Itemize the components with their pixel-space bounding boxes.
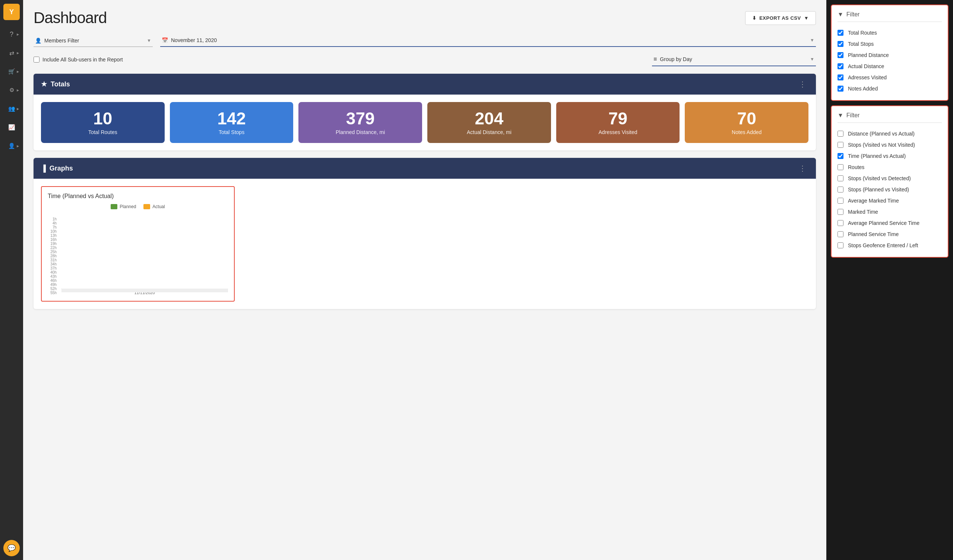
filter2-header: ▼ Filter [838, 112, 942, 123]
total-stops-checkbox[interactable] [838, 41, 843, 47]
stops-planned-visited-checkbox[interactable] [838, 187, 843, 192]
filter2-icon: ▼ [838, 112, 843, 119]
addresses-visited-number: 79 [608, 110, 627, 127]
total-stops-card: 142 Total Stops [170, 102, 293, 143]
right-panel: ▼ Filter Total Routes Total Stops Planne… [826, 0, 953, 560]
chevron-icon: ▶ [17, 70, 19, 73]
filter-row-avg-planned-service: Average Planned Service Time [838, 217, 942, 229]
sidebar-item-routes[interactable]: ⇄ ▶ [3, 45, 20, 61]
sidebar-logo[interactable]: Y [3, 4, 20, 20]
actual-distance-checkbox[interactable] [838, 63, 843, 69]
graphs-header: ▐ Graphs ⋮ [34, 158, 816, 179]
totals-header: ★ Totals ⋮ [34, 74, 816, 94]
person-icon: 👤 [35, 38, 41, 43]
settings-icon: ⚙ [9, 87, 14, 93]
date-filter-dropdown[interactable]: 📅 November 11, 2020 ▼ [160, 34, 816, 47]
export-csv-button[interactable]: ⬇ EXPORT AS CSV ▼ [745, 11, 816, 25]
filter1-title: Filter [846, 11, 860, 18]
planned-service-time-label: Planned Service Time [848, 231, 899, 237]
actual-legend-label: Actual [152, 204, 165, 209]
include-subusers-checkbox[interactable] [34, 57, 39, 63]
filter-row-total-stops: Total Stops [838, 38, 942, 50]
sidebar-item-users[interactable]: 👤 ▶ [3, 138, 20, 154]
addresses-visited-checkbox[interactable] [838, 74, 843, 80]
marked-time-checkbox[interactable] [838, 209, 843, 215]
routes-graph-label: Routes [848, 164, 865, 170]
lines-icon: ≡ [653, 56, 657, 63]
filter-row-stops-planned-visited: Stops (Planned vs Visited) [838, 184, 942, 195]
routes-graph-checkbox[interactable] [838, 164, 843, 170]
filter-row-avg-marked-time: Average Marked Time [838, 195, 942, 206]
notes-added-number: 70 [737, 110, 756, 127]
filter-row-planned-distance: Planned Distance [838, 50, 942, 61]
avg-planned-service-checkbox[interactable] [838, 220, 843, 226]
sidebar-item-help[interactable]: ? ▶ [3, 26, 20, 42]
addresses-visited-card: 79 Adresses Visited [556, 102, 680, 143]
filters-row-1: 👤 Members Filter ▼ 📅 November 11, 2020 ▼ [34, 34, 816, 47]
graphs-menu-button[interactable]: ⋮ [796, 163, 809, 173]
chart-icon: 📈 [8, 124, 15, 131]
filter-row-actual-distance: Actual Distance [838, 61, 942, 72]
members-filter-dropdown[interactable]: 👤 Members Filter ▼ [34, 35, 153, 47]
planned-distance-card: 379 Planned Distance, mi [298, 102, 422, 143]
users-icon: 👤 [8, 142, 15, 149]
main-content: Dashboard ⬇ EXPORT AS CSV ▼ 👤 Members Fi… [23, 0, 826, 560]
group-by-dropdown[interactable]: ≡ Group by Day ▼ [652, 53, 816, 66]
chevron-icon: ▶ [17, 51, 19, 55]
chevron-icon: ▶ [17, 144, 19, 148]
filter-row-stops-visited-not: Stops (Visited vs Not Visited) [838, 139, 942, 150]
stops-visited-detected-checkbox[interactable] [838, 175, 843, 181]
chat-icon: 💬 [8, 544, 16, 552]
graphs-section: ▐ Graphs ⋮ Time (Planned vs Actual) Plan… [34, 158, 816, 309]
avg-marked-time-checkbox[interactable] [838, 198, 843, 204]
sidebar-item-team[interactable]: 👥 ▶ [3, 101, 20, 117]
download-icon: ⬇ [752, 15, 757, 21]
stops-visited-detected-label: Stops (Visited vs Detected) [848, 175, 911, 181]
group-by-label: Group by Day [660, 56, 692, 62]
cart-icon: 🛒 [8, 68, 15, 75]
totals-title: Totals [51, 80, 70, 88]
filter-row-distance-planned-actual: Distance (Planned vs Actual) [838, 128, 942, 139]
total-routes-label: Total Routes [88, 129, 117, 135]
addresses-visited-filter-label: Adresses Visited [848, 74, 887, 80]
sidebar-item-cart[interactable]: 🛒 ▶ [3, 63, 20, 80]
filter-row-routes: Routes [838, 162, 942, 173]
graphs-title: Graphs [50, 165, 73, 172]
planned-distance-label: Planned Distance, mi [336, 129, 385, 135]
export-label: EXPORT AS CSV [759, 15, 801, 21]
graphs-body: Time (Planned vs Actual) Planned Actual … [34, 179, 816, 309]
totals-menu-button[interactable]: ⋮ [796, 79, 809, 89]
chat-button[interactable]: 💬 [3, 540, 20, 556]
addresses-visited-label: Adresses Visited [599, 129, 638, 135]
filters-row-2: Include All Sub-users in the Report ≡ Gr… [34, 53, 816, 66]
time-planned-actual-checkbox[interactable] [838, 153, 843, 159]
stops-planned-visited-label: Stops (Planned vs Visited) [848, 187, 909, 192]
stops-geofence-label: Stops Geofence Entered / Left [848, 242, 918, 248]
totals-grid: 10 Total Routes 142 Total Stops 379 Plan… [34, 94, 816, 150]
include-subusers-label[interactable]: Include All Sub-users in the Report [42, 57, 123, 63]
planned-service-time-checkbox[interactable] [838, 231, 843, 237]
filter-row-planned-service-time: Planned Service Time [838, 229, 942, 240]
planned-distance-filter-label: Planned Distance [848, 52, 889, 58]
stops-geofence-checkbox[interactable] [838, 242, 843, 248]
total-stops-number: 142 [217, 110, 246, 127]
chevron-icon: ▶ [17, 33, 19, 36]
sidebar-item-chart[interactable]: 📈 [3, 119, 20, 136]
distance-planned-actual-checkbox[interactable] [838, 131, 843, 137]
dropdown-arrow-icon: ▼ [147, 38, 151, 43]
filter2-title: Filter [846, 112, 860, 119]
stops-visited-not-label: Stops (Visited vs Not Visited) [848, 142, 915, 148]
marked-time-label: Marked Time [848, 209, 878, 215]
time-planned-actual-label: Time (Planned vs Actual) [848, 153, 906, 159]
stops-visited-not-checkbox[interactable] [838, 142, 843, 148]
planned-distance-checkbox[interactable] [838, 52, 843, 58]
notes-added-label: Notes Added [732, 129, 762, 135]
avg-planned-service-label: Average Planned Service Time [848, 220, 919, 226]
filter-row-marked-time: Marked Time [838, 206, 942, 217]
actual-distance-card: 204 Actual Distance, mi [427, 102, 551, 143]
totals-header-title: ★ Totals [41, 80, 70, 88]
bars-area [61, 289, 228, 289]
sidebar-item-settings[interactable]: ⚙ ▶ [3, 82, 20, 98]
total-routes-checkbox[interactable] [838, 30, 843, 36]
notes-added-checkbox[interactable] [838, 86, 843, 91]
